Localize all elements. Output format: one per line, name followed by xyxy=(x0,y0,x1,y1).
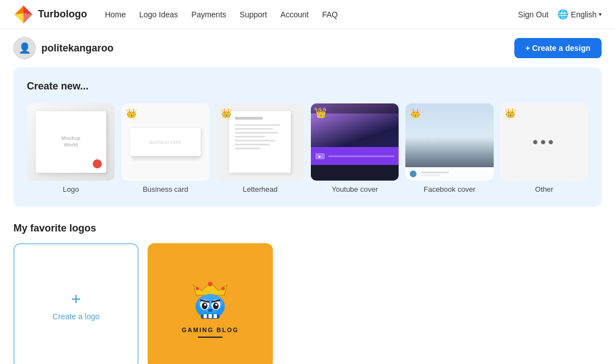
crown-icon: 👑 xyxy=(315,108,327,119)
username: politekangaroo xyxy=(41,42,113,54)
turbologo-icon xyxy=(13,4,34,25)
design-types-grid: MockupWorld Logo 👑 BUSINESS CARD Busines… xyxy=(27,103,588,193)
youtube-card: 👑 ▶ xyxy=(311,103,399,181)
nav-payments[interactable]: Payments xyxy=(191,10,226,19)
nav-logo-ideas[interactable]: Logo Ideas xyxy=(139,10,178,19)
design-type-business-card[interactable]: 👑 BUSINESS CARD Business card xyxy=(121,103,209,193)
nav-account[interactable]: Account xyxy=(281,10,309,19)
svg-point-19 xyxy=(208,309,212,312)
globe-icon: 🌐 xyxy=(557,9,569,20)
sign-out-button[interactable]: Sign Out xyxy=(518,10,548,19)
facebook-card: 👑 xyxy=(405,103,493,181)
create-new-section: Create new... MockupWorld Logo 👑 BUSINES… xyxy=(13,67,602,207)
svg-point-16 xyxy=(215,304,217,306)
gaming-logo: GAMING BLOG xyxy=(182,274,239,338)
logo-link[interactable]: Turbologo xyxy=(13,4,87,25)
other-label: Other xyxy=(535,185,554,193)
svg-point-7 xyxy=(196,287,199,290)
design-type-youtube[interactable]: 👑 ▶ Youtube cover xyxy=(311,103,399,193)
nav-faq[interactable]: FAQ xyxy=(322,10,338,19)
header: Turbologo Home Logo Ideas Payments Suppo… xyxy=(0,0,615,29)
svg-point-6 xyxy=(208,282,212,286)
business-card-label: Business card xyxy=(143,185,188,193)
create-logo-card[interactable]: + Create a logo xyxy=(13,243,139,364)
create-design-button[interactable]: + Create a design xyxy=(514,38,602,58)
logo-mockup: MockupWorld xyxy=(27,103,115,181)
other-card: 👑 ••• xyxy=(500,103,588,181)
svg-marker-3 xyxy=(15,13,23,23)
business-card-card: 👑 BUSINESS CARD xyxy=(121,103,209,181)
crown-icon: 👑 xyxy=(221,108,232,119)
svg-marker-4 xyxy=(23,13,32,23)
plus-icon: + xyxy=(71,291,81,308)
letterhead-card: 👑 xyxy=(216,103,304,181)
language-selector[interactable]: 🌐 English ▾ xyxy=(557,9,602,20)
svg-marker-1 xyxy=(23,6,32,15)
design-type-other[interactable]: 👑 ••• Other xyxy=(500,103,588,193)
chevron-down-icon: ▾ xyxy=(599,11,602,17)
gaming-logo-card[interactable]: GAMING BLOG xyxy=(148,243,273,364)
crown-icon: 👑 xyxy=(410,108,421,119)
gaming-skull-icon xyxy=(185,274,235,324)
svg-marker-2 xyxy=(15,6,23,15)
design-type-letterhead[interactable]: 👑 Letterhead xyxy=(216,103,304,193)
favorites-section: My favorite logos + Create a logo xyxy=(13,223,602,364)
facebook-label: Facebook cover xyxy=(424,185,476,193)
nav-home[interactable]: Home xyxy=(105,10,126,19)
user-bar: 👤 politekangaroo + Create a design xyxy=(0,29,615,67)
avatar: 👤 xyxy=(13,37,36,59)
letterhead-label: Letterhead xyxy=(243,185,277,193)
logo-label: Logo xyxy=(63,185,79,193)
youtube-label: Youtube cover xyxy=(332,185,378,193)
svg-point-15 xyxy=(204,304,206,306)
crown-icon: 👑 xyxy=(505,108,516,119)
favorites-grid: + Create a logo xyxy=(13,243,602,364)
language-label: English xyxy=(571,10,597,19)
user-info: 👤 politekangaroo xyxy=(13,37,113,59)
favorites-title: My favorite logos xyxy=(13,223,602,234)
crown-icon: 👑 xyxy=(126,108,137,119)
design-type-logo[interactable]: MockupWorld Logo xyxy=(27,103,115,193)
svg-point-8 xyxy=(221,287,225,290)
design-type-facebook[interactable]: 👑 Facebook cover xyxy=(405,103,493,193)
create-logo-label: Create a logo xyxy=(53,312,100,321)
svg-point-13 xyxy=(202,302,207,309)
main-nav: Home Logo Ideas Payments Support Account… xyxy=(105,10,338,19)
logo-text: Turbologo xyxy=(38,8,87,20)
gaming-blog-text: GAMING BLOG xyxy=(182,327,239,333)
create-new-title: Create new... xyxy=(27,81,588,92)
gaming-underline xyxy=(198,337,223,338)
svg-rect-21 xyxy=(204,314,207,318)
svg-point-14 xyxy=(213,302,219,309)
nav-support[interactable]: Support xyxy=(240,10,267,19)
svg-rect-23 xyxy=(214,314,217,318)
avatar-icon: 👤 xyxy=(18,42,31,54)
header-right: Sign Out 🌐 English ▾ xyxy=(518,9,602,20)
logo-card: MockupWorld xyxy=(27,103,115,181)
svg-rect-22 xyxy=(209,314,212,318)
